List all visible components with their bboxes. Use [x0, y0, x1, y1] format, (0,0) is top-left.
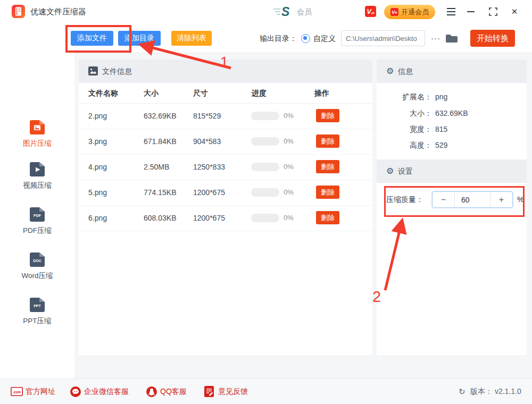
menu-button[interactable] — [443, 0, 459, 23]
toolbar-divider — [74, 53, 532, 53]
file-size: 632.69KB — [144, 103, 177, 129]
add-file-button[interactable]: 添加文件 — [71, 31, 113, 46]
file-dimensions: 1200*675 — [193, 180, 225, 205]
maximize-icon — [489, 7, 497, 16]
pdf-file-icon: PDF — [30, 207, 45, 222]
version-label: 版本： v2.1.1.0 — [470, 379, 521, 404]
progress-bar — [251, 214, 279, 222]
open-vip-button[interactable]: VIP 开通会员 — [384, 5, 435, 19]
info-field-label: 高度： — [377, 139, 432, 151]
info-field-value: 529 — [435, 139, 447, 151]
wechat-service-icon — [70, 386, 81, 399]
delete-button[interactable]: 删除 — [316, 160, 339, 173]
file-name: 3.png — [88, 129, 107, 154]
official-website-link[interactable]: 官方网址 — [26, 379, 55, 404]
svg-text:DOC: DOC — [33, 259, 41, 263]
file-dimensions: 904*583 — [193, 129, 221, 154]
table-row[interactable]: 5.png 774.15KB 1200*675 0% 删除 — [79, 180, 372, 206]
file-dimensions: 815*529 — [193, 103, 221, 129]
image-file-icon — [30, 120, 45, 134]
minimize-button[interactable] — [463, 0, 479, 23]
clear-list-button[interactable]: 清除列表 — [171, 31, 212, 46]
file-name: 4.png — [88, 154, 107, 180]
sidebar-item-pdf-compress[interactable]: PDF PDF压缩 — [0, 207, 74, 249]
refresh-version-icon[interactable]: ↻ — [459, 379, 466, 404]
vip-badge-small-icon: VIP — [390, 8, 398, 16]
sidebar-item-video-compress[interactable]: 视频压缩 — [0, 162, 74, 204]
image-info-icon — [88, 66, 98, 78]
open-folder-button[interactable] — [445, 32, 459, 45]
website-com-icon: .com — [11, 387, 23, 398]
sidebar: 图片压缩 视频压缩 PDF PDF压缩 DOC Word压缩 — [0, 53, 74, 378]
add-directory-button[interactable]: 添加目录 — [118, 31, 161, 46]
video-file-icon — [30, 162, 45, 176]
close-icon: ✕ — [511, 7, 518, 16]
table-row[interactable]: 3.png 671.84KB 904*583 0% 删除 — [79, 129, 372, 155]
app-logo-icon — [12, 5, 25, 18]
gear-icon: ⚙ — [386, 159, 394, 183]
hamburger-icon — [447, 8, 455, 9]
sidebar-item-image-compress[interactable]: 图片压缩 — [0, 120, 74, 162]
quality-increase-button[interactable]: + — [490, 192, 512, 207]
ppt-file-icon: PPT — [30, 298, 45, 312]
right-panel: ⚙ 信息 扩展名： png 大小： 632.69KB 宽度： 815 高度： 5… — [377, 60, 527, 355]
svg-text:S: S — [281, 5, 290, 18]
column-header: 大小 — [144, 83, 159, 103]
sidebar-item-label: 视频压缩 — [0, 181, 74, 190]
delete-button[interactable]: 删除 — [316, 134, 339, 148]
doc-file-icon: DOC — [30, 252, 45, 267]
sidebar-item-label: PDF压缩 — [0, 226, 74, 235]
file-size: 2.50MB — [144, 154, 169, 180]
quality-decrease-button[interactable]: − — [433, 192, 455, 207]
table-row[interactable]: 6.png 608.03KB 1200*675 0% 删除 — [79, 205, 372, 231]
settings-panel-title: 设置 — [398, 159, 413, 183]
file-size: 774.15KB — [144, 180, 177, 205]
delete-button[interactable]: 删除 — [316, 109, 339, 122]
table-row[interactable]: 2.png 632.69KB 815*529 0% 删除 — [79, 103, 372, 129]
wechat-service-link[interactable]: 企业微信客服 — [84, 379, 129, 404]
delete-button[interactable]: 删除 — [316, 211, 339, 224]
sidebar-item-label: 图片压缩 — [0, 139, 74, 148]
file-size: 608.03KB — [144, 205, 177, 231]
browse-more-button[interactable]: ··· — [429, 30, 443, 46]
title-bar: 优速文件压缩器 S 会员 VIP VIP 开通会员 ✕ — [0, 0, 532, 24]
progress-percent: 0% — [284, 180, 294, 205]
app-window: 优速文件压缩器 S 会员 VIP VIP 开通会员 ✕ — [0, 0, 532, 404]
table-header-row: 文件名称 大小 尺寸 进度 操作 — [79, 83, 372, 104]
delete-button[interactable]: 删除 — [316, 186, 339, 199]
output-path-input[interactable] — [341, 30, 425, 46]
file-panel-header: 文件信息 — [79, 60, 372, 83]
progress-bar — [251, 163, 279, 171]
quality-input[interactable] — [455, 192, 490, 207]
file-name: 5.png — [88, 180, 107, 205]
info-field-value: 815 — [435, 123, 447, 135]
sidebar-item-word-compress[interactable]: DOC Word压缩 — [0, 252, 74, 294]
info-field-label: 宽度： — [377, 123, 432, 135]
close-button[interactable]: ✕ — [506, 0, 522, 23]
column-header: 操作 — [314, 83, 329, 103]
feedback-link[interactable]: 意见反馈 — [218, 379, 248, 404]
column-header: 尺寸 — [193, 83, 208, 103]
sidebar-item-label: PPT压缩 — [0, 316, 74, 326]
output-dir-label: 输出目录： — [260, 23, 297, 53]
sidebar-item-ppt-compress[interactable]: PPT PPT压缩 — [0, 298, 74, 339]
progress-percent: 0% — [284, 103, 294, 129]
column-header: 文件名称 — [88, 83, 118, 103]
file-dimensions: 1200*675 — [193, 205, 225, 231]
qq-service-icon — [146, 386, 157, 399]
speed-s-logo-icon: S — [272, 5, 296, 20]
start-convert-button[interactable]: 开始转换 — [470, 30, 515, 47]
custom-radio[interactable] — [301, 34, 310, 43]
info-field-value: 632.69KB — [435, 107, 468, 119]
column-header: 进度 — [252, 83, 267, 103]
qq-service-link[interactable]: QQ客服 — [160, 379, 187, 404]
svg-text:PPT: PPT — [34, 304, 41, 308]
file-name: 2.png — [88, 103, 107, 129]
progress-percent: 0% — [284, 205, 294, 231]
feedback-icon — [204, 386, 214, 399]
quality-stepper: − + — [432, 191, 513, 208]
file-list-panel: 文件信息 文件名称 大小 尺寸 进度 操作 2.png 632.69KB 815… — [79, 60, 372, 355]
table-row[interactable]: 4.png 2.50MB 1250*833 0% 删除 — [79, 154, 372, 180]
maximize-button[interactable] — [485, 0, 501, 23]
sidebar-item-label: Word压缩 — [0, 271, 74, 281]
